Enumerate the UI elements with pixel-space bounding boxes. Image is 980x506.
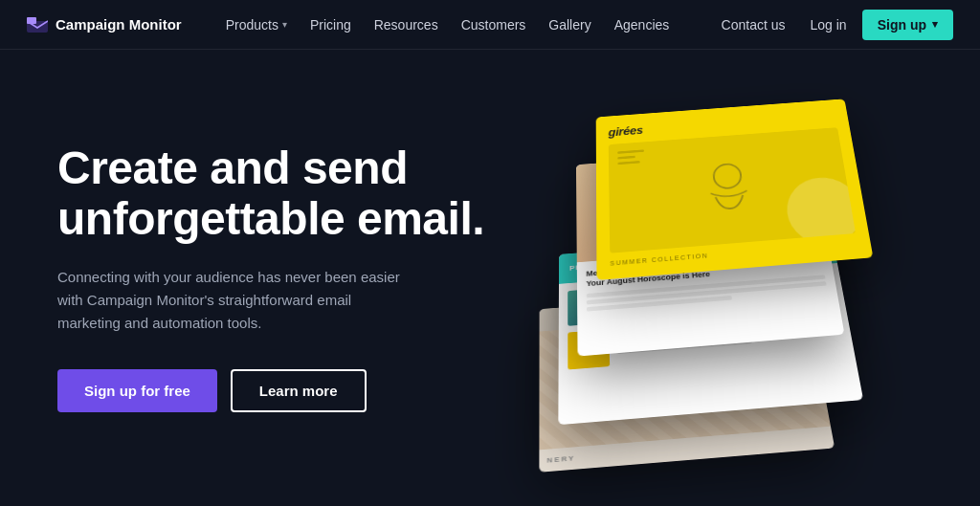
navigation: Campaign Monitor Products ▾ Pricing Reso…	[0, 0, 980, 50]
contact-link[interactable]: Contact us	[712, 11, 795, 38]
learn-more-button[interactable]: Learn more	[231, 369, 367, 412]
hero-title: Create and send unforgettable email.	[57, 143, 517, 245]
signup-free-button[interactable]: Sign up for free	[57, 369, 217, 412]
signup-button[interactable]: Sign up ▾	[862, 10, 953, 40]
email-stack: NERY Products	[492, 87, 951, 470]
hero-section: Create and send unforgettable email. Con…	[0, 50, 980, 506]
brand-logo[interactable]: Campaign Monitor	[27, 16, 182, 33]
hero-illustration: NERY Products	[492, 87, 951, 470]
hero-subtitle: Connecting with your audience has never …	[57, 266, 402, 335]
svg-point-2	[713, 163, 742, 188]
login-link[interactable]: Log in	[801, 11, 857, 38]
nav-resources[interactable]: Resources	[365, 11, 448, 38]
brand-name: Campaign Monitor	[56, 16, 182, 33]
nav-pricing[interactable]: Pricing	[301, 11, 361, 38]
nav-agencies[interactable]: Agencies	[605, 11, 679, 38]
nav-products[interactable]: Products ▾	[216, 11, 297, 38]
hero-buttons: Sign up for free Learn more	[57, 369, 517, 412]
nav-customers[interactable]: Customers	[452, 11, 536, 38]
svg-rect-1	[27, 17, 36, 24]
nav-gallery[interactable]: Gallery	[539, 11, 600, 38]
logo-icon	[27, 17, 48, 33]
nav-links: Products ▾ Pricing Resources Customers G…	[216, 11, 712, 38]
chevron-down-icon: ▾	[282, 19, 287, 30]
chevron-down-icon: ▾	[932, 18, 938, 31]
email-card-layer4: girées	[596, 99, 874, 280]
nav-right: Contact us Log in Sign up ▾	[712, 10, 953, 40]
hero-content: Create and send unforgettable email. Con…	[57, 143, 517, 412]
